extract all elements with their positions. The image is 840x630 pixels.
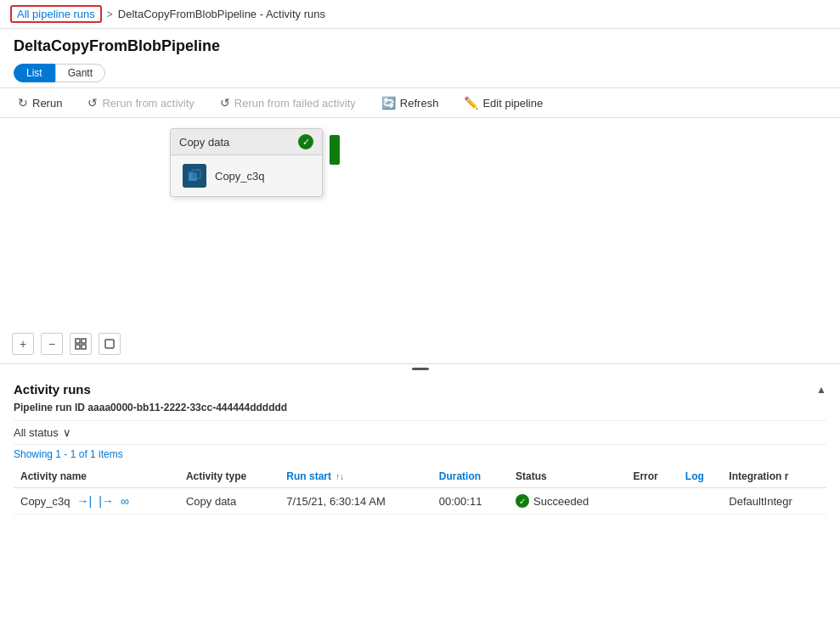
col-log[interactable]: Log [679,465,723,488]
refresh-button[interactable]: 🔄 Refresh [377,93,443,112]
section-title: Activity runs [14,382,91,397]
status-filter-chevron: ∨ [63,426,71,439]
activity-popup: Copy data ✓ Copy_c3q [170,128,323,197]
gantt-view-button[interactable]: Gantt [55,64,105,82]
pipeline-run-id: Pipeline run ID aaaa0000-bb11-2222-33cc-… [14,400,826,420]
pipeline-canvas: Copy data ✓ Copy_c3q + − [0,118,840,364]
status-check-icon: ✓ [516,494,529,508]
rerun-from-activity-button[interactable]: ↺ Rerun from activity [83,93,198,112]
canvas-controls: + − [12,333,121,355]
row-output-icon[interactable]: |→ [99,494,114,508]
edit-pipeline-button[interactable]: ✏️ Edit pipeline [459,93,547,112]
status-filter-label: All status [14,426,59,439]
rerun-from-failed-label: Rerun from failed activity [234,97,356,110]
rerun-from-failed-button[interactable]: ↺ Rerun from failed activity [216,93,360,112]
edit-pipeline-label: Edit pipeline [482,97,543,110]
row-link-icon[interactable]: ∞ [121,494,129,508]
activity-table: Activity name Activity type Run start ↑↓… [14,465,826,515]
status-succeeded: ✓ Succeeded [516,494,619,508]
showing-count: Showing 1 - 1 of 1 items [14,445,826,465]
view-toggle: List Gantt [0,60,840,87]
rerun-failed-icon: ↺ [220,96,230,110]
svg-rect-6 [82,345,86,349]
row-actions: Copy_c3q →| |→ ∞ [20,494,172,508]
edit-icon: ✏️ [464,96,478,110]
rerun-from-activity-label: Rerun from activity [102,97,194,110]
breadcrumb-all-pipelines[interactable]: All pipeline runs [10,5,102,23]
pipeline-run-id-value: aaaa0000-bb11-2222-33cc-444444dddddd [87,402,287,413]
cell-activity-name: Copy_c3q →| |→ ∞ [14,488,179,515]
cell-log [679,488,723,515]
zoom-out-button[interactable]: − [41,333,63,355]
zoom-in-button[interactable]: + [12,333,34,355]
refresh-icon: 🔄 [381,96,396,110]
breadcrumb-separator: > [107,8,113,20]
popup-body[interactable]: Copy_c3q [171,155,322,196]
pipeline-run-id-label: Pipeline run ID [14,402,85,413]
col-duration[interactable]: Duration [432,465,509,488]
breadcrumb: All pipeline runs > DeltaCopyFromBlobPip… [0,0,840,29]
rerun-icon: ↻ [18,96,28,110]
row-input-icon[interactable]: →| [77,494,93,508]
row-name-text: Copy_c3q [20,495,70,508]
col-status: Status [509,465,626,488]
svg-rect-5 [76,345,80,349]
cell-integration: DefaultIntegr [722,488,826,515]
col-integration: Integration r [722,465,826,488]
status-filter[interactable]: All status ∨ [14,420,826,445]
status-text: Succeeded [533,495,589,508]
page-title: DeltaCopyFromBlobPipeline [0,29,840,60]
col-run-start[interactable]: Run start ↑↓ [279,465,431,488]
rerun-label: Rerun [32,97,62,110]
collapse-bar[interactable] [0,364,840,374]
sort-icon: ↑↓ [335,472,344,481]
cell-activity-type: Copy data [179,488,279,515]
section-header: Activity runs ▲ [14,374,826,400]
col-error: Error [626,465,678,488]
collapse-dash [412,368,429,370]
rerun-activity-icon: ↺ [87,96,98,110]
refresh-label: Refresh [400,97,439,110]
popup-title: Copy data [179,136,229,149]
activity-name: Copy_c3q [215,170,265,183]
collapse-chevron[interactable]: ▲ [816,384,826,396]
fit-view-button[interactable] [70,333,92,355]
popup-success-check: ✓ [298,134,313,149]
col-activity-type: Activity type [179,465,279,488]
table-header-row: Activity name Activity type Run start ↑↓… [14,465,826,488]
activity-runs-section: Activity runs ▲ Pipeline run ID aaaa0000… [0,374,840,515]
table-row: Copy_c3q →| |→ ∞ Copy data 7/15/21, 6:30… [14,488,826,515]
toolbar: ↻ Rerun ↺ Rerun from activity ↺ Rerun fr… [0,88,840,118]
popup-header: Copy data ✓ [171,129,322,155]
cell-duration: 00:00:11 [432,488,509,515]
list-view-button[interactable]: List [14,64,55,82]
canvas-green-indicator [330,135,340,165]
cell-error [626,488,678,515]
col-activity-name: Activity name [14,465,179,488]
svg-rect-3 [76,339,80,343]
breadcrumb-current: DeltaCopyFromBlobPipeline - Activity run… [118,8,325,20]
svg-rect-2 [189,172,197,181]
rerun-button[interactable]: ↻ Rerun [14,93,66,112]
copy-data-icon [183,164,206,188]
svg-rect-4 [82,339,86,343]
cell-run-start: 7/15/21, 6:30:14 AM [279,488,431,515]
cell-status: ✓ Succeeded [509,488,626,515]
expand-canvas-button[interactable] [99,333,121,355]
svg-rect-7 [105,340,114,348]
